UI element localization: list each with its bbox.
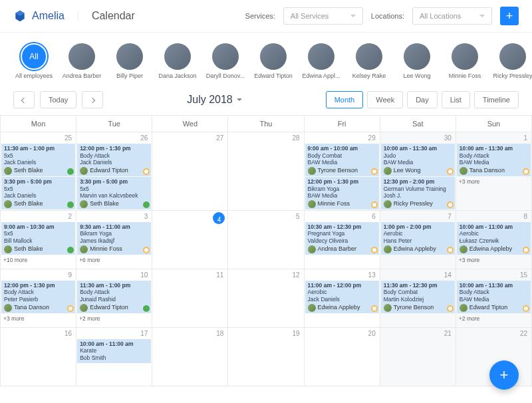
appointment[interactable]: 10:00 am - 11:30 amBody AttackBAW MediaT… [457,144,531,176]
calendar-day[interactable]: 1011:30 am - 1:00 pmBody AttackJunaid Ra… [76,269,152,327]
month-title[interactable]: July 2018 [187,94,242,106]
calendar-day[interactable]: 610:30 am - 12:30 pmPregnant YogaValdecy… [304,210,380,269]
employee-filter[interactable]: Andrea Barber [61,43,102,79]
calendar-day[interactable]: 71:00 pm - 2:00 pmAerobicHans PeterEdwin… [380,210,456,269]
calendar-day[interactable]: 21 [380,327,456,386]
appointment[interactable]: 12:00 pm - 1:30 pmBikram YogaBAW MediaMi… [305,177,379,209]
today-button[interactable]: Today [40,91,76,108]
employee-filter[interactable]: Lee Wong [396,43,438,79]
day-number: 17 [76,328,152,339]
status-pending-icon [143,247,150,253]
appointment[interactable]: 1:00 pm - 2:00 pmAerobicHans PeterEdwina… [381,222,455,255]
fab-add-button[interactable]: + [489,360,519,386]
calendar-day[interactable]: 20 [304,327,380,386]
calendar-day[interactable]: 912:00 pm - 1:30 pmBody AttackPeter Pasi… [1,269,76,327]
appointment[interactable]: 11:00 am - 12:00 pmAerobicJack DanielsEd… [305,281,379,313]
appointment[interactable]: 12:00 pm - 1:30 pmBody AttackPeter Pasie… [1,281,75,313]
calendar-day[interactable]: 2612:00 pm - 1:30 pmBody AttackJack Dani… [76,132,152,211]
appointment[interactable]: 9:00 am - 10:30 am5x5Bill MallockSeth Bl… [1,222,75,255]
more-link[interactable]: +6 more [76,255,152,265]
calendar-day[interactable]: 11 [152,269,228,327]
status-pending-icon [523,247,529,253]
calendar-day[interactable]: 2511:30 am - 1:00 pm5x5Jack DanielsSeth … [1,132,76,211]
appointment[interactable]: 10:00 am - 11:00 amAerobicŁukasz Czerwik… [457,222,531,255]
calendar-day[interactable]: 5 [228,210,304,269]
calendar-day[interactable]: 1411:30 am - 12:30 pmBody CombatMartin K… [380,269,456,327]
calendar-day[interactable]: 39:30 am - 11:00 amBikram YogaJames Ikad… [76,210,152,269]
view-week[interactable]: Week [367,91,403,108]
appointment[interactable]: 3:30 pm - 5:00 pm5x5Jack DanielsSeth Bla… [1,177,75,209]
appointment[interactable]: 9:00 am - 10:00 amBody CombatBAW MediaTy… [305,144,379,176]
calendar-day[interactable]: 299:00 am - 10:00 amBody CombatBAW Media… [304,132,380,211]
calendar-day[interactable]: 29:00 am - 10:30 am5x5Bill MallockSeth B… [1,210,76,269]
appointment-time: 12:00 pm - 1:30 pm [80,145,148,152]
employee-filter[interactable]: Edwina Appl... [301,43,342,79]
more-link[interactable]: +2 more [76,314,152,323]
appointment[interactable]: 12:30 pm - 2:00 pmGerman Volume Training… [381,177,455,209]
calendar-day[interactable]: 110:00 am - 11:30 amBody AttackBAW Media… [456,132,531,211]
appointment[interactable]: 11:30 am - 1:00 pmBody AttackJunaid Rash… [77,281,151,313]
employee-filter[interactable]: Dana Jackson [157,43,198,79]
view-day[interactable]: Day [407,91,438,108]
appointment[interactable]: 10:00 am - 11:30 amJudoBAW MediaLee Wong [381,144,455,176]
calendar-day[interactable]: 4 [152,210,228,269]
appointment-time: 10:00 am - 11:00 am [460,223,528,231]
appointment[interactable]: 3:30 pm - 5:00 pm5x5Marvin van Kalcvsbee… [77,177,151,209]
add-button[interactable]: + [500,7,519,25]
appointment-service: Body Attack [80,152,148,160]
employee-filter[interactable]: Kelsey Rake [348,43,390,79]
more-link[interactable]: +2 more [456,314,531,323]
appointment-client: Valdecy Oliveira [308,237,376,245]
locations-select[interactable]: All Locations [412,7,492,25]
day-number: 8 [456,211,531,222]
calendar-day[interactable]: 12 [228,269,304,327]
appointment-service: Body Attack [80,289,148,296]
more-link[interactable]: +10 more [1,255,76,265]
appointment-employee: Edwina Appleby [460,245,528,253]
employee-name: Daryll Donov... [206,72,245,79]
calendar-day[interactable]: 27 [152,132,228,211]
view-timeline[interactable]: Timeline [474,91,519,108]
calendar-day[interactable]: 1710:00 am - 11:00 amKarateBob Smith [76,327,152,386]
calendar-day[interactable]: 1510:00 am - 11:30 amBody AttackBAW Medi… [456,269,531,327]
more-link[interactable]: +3 more [456,177,531,186]
appointment[interactable]: 10:00 am - 11:30 amBody AttackBAW MediaE… [457,281,531,313]
appointment-client: BAW Media [460,296,528,303]
appointment[interactable]: 10:00 am - 11:00 amKarateBob Smith [77,339,151,363]
status-approved-icon [67,202,74,208]
appointment[interactable]: 11:30 am - 1:00 pm5x5Jack DanielsSeth Bl… [1,144,75,176]
employee-filter[interactable]: Edward Tipton [253,43,294,79]
employee-filter[interactable]: Minnie Foss [444,43,485,79]
status-pending-icon [371,202,378,208]
calendar-day[interactable]: 28 [228,132,304,211]
appointment[interactable]: 10:30 am - 12:30 pmPregnant YogaValdecy … [305,222,379,255]
appointment-time: 11:30 am - 12:30 pm [384,282,452,289]
next-button[interactable] [82,91,103,108]
prev-button[interactable] [13,91,35,108]
employee-name: Minnie Foss [449,72,481,79]
more-link[interactable]: +3 more [1,314,76,323]
employee-filter[interactable]: AllAll employees [13,43,55,79]
appointment[interactable]: 11:30 am - 12:30 pmBody CombatMartin Kol… [381,281,455,313]
employee-filter[interactable]: Ricky Pressley [492,43,532,79]
calendar-day[interactable]: 16 [1,327,76,386]
appointment[interactable]: 12:00 pm - 1:30 pmBody AttackJack Daniel… [77,144,151,176]
more-link[interactable]: +3 more [456,255,531,265]
day-number: 12 [228,269,303,281]
employee-filter[interactable]: Daryll Donov... [205,43,246,79]
appointment[interactable]: 9:30 am - 11:00 amBikram YogaJames Ikads… [77,222,151,255]
employee-filter[interactable]: Billy Piper [109,43,150,79]
calendar-day[interactable]: 3010:00 am - 11:30 amJudoBAW MediaLee Wo… [380,132,456,211]
appointment-service: Pregnant Yoga [308,230,376,237]
calendar-day[interactable]: 810:00 am - 11:00 amAerobicŁukasz Czerwi… [456,210,531,269]
view-list[interactable]: List [442,91,470,108]
view-month[interactable]: Month [326,91,364,108]
calendar-day[interactable]: 1311:00 am - 12:00 pmAerobicJack Daniels… [304,269,380,327]
day-number: 29 [305,132,380,144]
appointment-employee: Edwina Appleby [308,304,376,312]
status-pending-icon [67,305,74,312]
calendar-day[interactable]: 18 [152,327,228,386]
calendar-day[interactable]: 19 [228,327,304,386]
services-select[interactable]: All Services [283,7,363,25]
appointment-time: 9:30 am - 11:00 am [80,223,148,231]
